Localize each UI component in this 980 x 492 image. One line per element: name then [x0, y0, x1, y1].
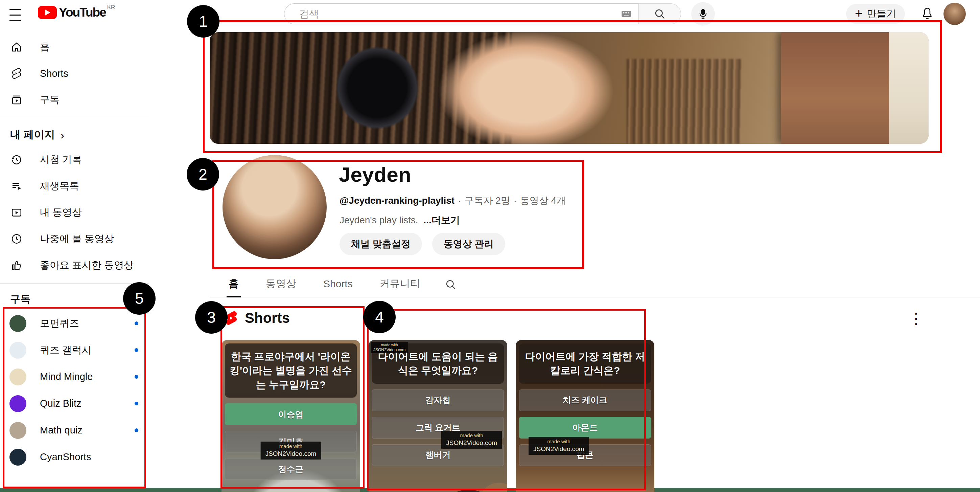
channel-avatar: [10, 422, 26, 439]
sidebar-item-label: 내 동영상: [40, 206, 82, 219]
top-app-bar: YouTube KR: [0, 0, 980, 29]
quiz-question: 한국 프로야구에서 '라이온 킹'이라는 별명을 가진 선수는 누구일까요?: [225, 343, 357, 398]
annotation-marker-2: 2: [187, 158, 219, 190]
bell-icon: [920, 6, 934, 21]
channel-tabs: 홈 동영상 Shorts 커뮤니티: [226, 275, 457, 297]
watermark-line1: made with: [533, 439, 584, 445]
tab-videos[interactable]: 동영상: [263, 275, 299, 297]
manage-videos-button[interactable]: 동영상 관리: [432, 233, 505, 255]
channel-avatar: [10, 342, 26, 359]
shorts-logo-icon: [223, 310, 239, 326]
sidebar-item-label: 좋아요 표시한 동영상: [40, 259, 134, 272]
my-page-label: 내 페이지: [10, 128, 55, 142]
sidebar-channel-quiz-galaxy[interactable]: 퀴즈 갤럭시: [0, 337, 153, 363]
shorts-card-snack-quiz[interactable]: 다이어트에 가장 적합한 저 칼로리 간식은? 치즈 케이크 아몬드 팝콘 ma…: [516, 340, 654, 492]
channel-name-label: 모먼퀴즈: [40, 317, 79, 330]
watermark-line2: JSON2Video.com: [446, 439, 497, 447]
watermark: made with JSON2Video.com: [441, 431, 502, 449]
channel-name-label: CyanShorts: [40, 451, 91, 463]
quiz-option-correct: 아몬드: [519, 417, 651, 439]
search-icon: [654, 8, 666, 20]
customize-channel-button[interactable]: 채널 맞춤설정: [339, 233, 422, 255]
sidebar-item-watch-later[interactable]: 나중에 볼 동영상: [0, 226, 153, 252]
watermark: made with JSON2Video.com: [528, 437, 589, 455]
channel-avatar: [10, 449, 26, 466]
channel-avatar: [10, 315, 26, 332]
sidebar-item-label: 구독: [40, 93, 59, 107]
sidebar-item-label: Shorts: [40, 68, 68, 79]
sidebar: 홈 Shorts 구독 내 페이지 ›: [0, 34, 153, 470]
chevron-right-icon: ›: [60, 129, 64, 142]
create-button[interactable]: + 만들기: [846, 4, 905, 24]
meta-separator: ·: [514, 195, 517, 206]
channel-description: Jeyden's play lists. ...더보기: [339, 214, 460, 227]
sidebar-item-my-page[interactable]: 내 페이지 ›: [0, 123, 153, 147]
history-icon: [10, 153, 23, 166]
playlist-icon: [10, 180, 23, 193]
watermark: made with JSON2Video.com: [371, 342, 408, 353]
sidebar-channel-mind-mingle[interactable]: Mind Mingle: [0, 363, 153, 390]
tab-community[interactable]: 커뮤니티: [377, 275, 423, 297]
sidebar-channel-momun-quiz[interactable]: 모먼퀴즈: [0, 310, 153, 337]
new-content-dot: [135, 348, 138, 352]
channel-profile-picture: [223, 155, 327, 259]
notifications-button[interactable]: [918, 5, 936, 22]
channel-name-label: 퀴즈 갤럭시: [40, 343, 92, 357]
watermark: made with JSON2Video.com: [261, 442, 321, 460]
mic-button[interactable]: [691, 2, 715, 26]
sidebar-channel-cyanshorts[interactable]: CyanShorts: [0, 444, 153, 470]
search-button[interactable]: [638, 3, 681, 24]
menu-icon[interactable]: [10, 8, 23, 22]
tab-home[interactable]: 홈: [226, 275, 242, 297]
search-area: [284, 3, 715, 25]
keyboard-icon[interactable]: [621, 8, 632, 19]
watermark-line1: made with: [446, 433, 497, 439]
sidebar-item-label: 시청 기록: [40, 153, 82, 166]
shorts-icon: [10, 67, 23, 80]
sidebar-channel-quiz-blitz[interactable]: Quiz Blitz: [0, 390, 153, 417]
new-content-dot: [135, 321, 138, 325]
thumbs-up-icon: [10, 259, 23, 272]
plus-icon: +: [855, 6, 863, 20]
sidebar-channel-math-quiz[interactable]: Math quiz: [0, 417, 153, 444]
sidebar-item-shorts[interactable]: Shorts: [0, 60, 153, 86]
kebab-menu-icon[interactable]: ⋮: [908, 311, 924, 326]
sidebar-item-liked-videos[interactable]: 좋아요 표시한 동영상: [0, 252, 153, 278]
my-videos-icon: [10, 206, 23, 219]
channel-name: Jeyden: [339, 163, 411, 187]
youtube-logo-text: YouTube: [59, 5, 106, 20]
subscriber-count: 구독자 2명: [464, 194, 510, 207]
subscriptions-icon: [10, 93, 23, 106]
search-input[interactable]: [299, 8, 604, 20]
account-avatar[interactable]: [943, 3, 966, 25]
youtube-play-icon: [38, 6, 57, 19]
sidebar-item-history[interactable]: 시청 기록: [0, 147, 153, 173]
shorts-card-diet-food-quiz[interactable]: made with JSON2Video.com 다이어트에 도움이 되는 음식…: [369, 340, 507, 492]
youtube-channel-page: YouTube KR: [0, 0, 980, 492]
channel-actions: 채널 맞춤설정 동영상 관리: [339, 233, 505, 255]
sidebar-item-my-videos[interactable]: 내 동영상: [0, 199, 153, 226]
channel-name-label: Quiz Blitz: [40, 398, 81, 409]
clock-icon: [10, 232, 23, 245]
tab-shorts[interactable]: Shorts: [321, 276, 355, 296]
sidebar-item-label: 나중에 볼 동영상: [40, 232, 114, 246]
youtube-logo[interactable]: YouTube KR: [38, 5, 115, 20]
sidebar-item-subscriptions[interactable]: 구독: [0, 86, 153, 113]
shorts-card-row: 한국 프로야구에서 '라이온 킹'이라는 별명을 가진 선수는 누구일까요? 이…: [221, 340, 654, 492]
watermark-line1: made with: [266, 443, 317, 450]
new-content-dot: [135, 402, 138, 406]
more-link[interactable]: ...더보기: [423, 215, 460, 225]
annotation-marker-3: 3: [195, 301, 228, 334]
watermark-line2: JSON2Video.com: [266, 450, 317, 458]
new-content-dot: [135, 428, 138, 432]
channel-search-icon[interactable]: [445, 278, 457, 291]
channel-avatar: [10, 395, 26, 412]
sidebar-item-playlists[interactable]: 재생목록: [0, 173, 153, 199]
sidebar-item-home[interactable]: 홈: [0, 34, 153, 60]
search-box[interactable]: [284, 3, 638, 24]
shorts-card-baseball-quiz[interactable]: 한국 프로야구에서 '라이온 킹'이라는 별명을 가진 선수는 누구일까요? 이…: [221, 340, 360, 492]
shorts-section-header: Shorts: [223, 310, 290, 326]
shorts-section-title: Shorts: [245, 310, 290, 326]
sidebar-item-label: 홈: [40, 40, 50, 54]
channel-handle: @Jeyden-ranking-playlist: [339, 195, 455, 206]
